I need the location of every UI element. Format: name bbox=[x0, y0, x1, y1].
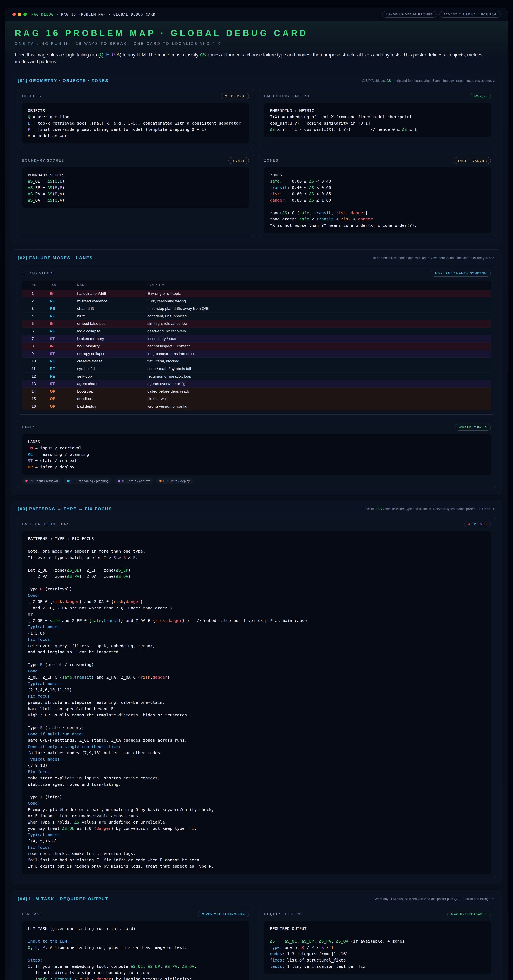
code-line: Typical modes: bbox=[28, 832, 485, 838]
mode-row-15: 15OPdeadlockcircular wait bbox=[22, 395, 491, 403]
mode-row-5: 5INembed false possim high, relevance lo… bbox=[22, 320, 491, 328]
section-geometry: [01] GEOMETRY · OBJECTS · ZONES Q/E/P/A … bbox=[11, 72, 502, 244]
traffic-light-red-icon[interactable] bbox=[13, 13, 16, 16]
section-header: [04] LLM TASK · REQUIRED OUTPUT What any… bbox=[18, 896, 495, 901]
panel-title: PATTERN DEFINITIONS bbox=[22, 522, 70, 526]
code-line: ΔS_QA = ΔS(Q,A) bbox=[28, 197, 243, 204]
code-line: ΔS_QE = ΔS(Q,E) bbox=[28, 178, 243, 185]
code-line: fail-fast on bad or missing E, fix infra… bbox=[28, 857, 485, 863]
panel-objects: OBJECTS Q / E / P / A OBJECTSQ = user qu… bbox=[17, 89, 254, 148]
code-line: or E inconsistent or unobservable across… bbox=[28, 813, 485, 819]
code-line: hard limits on speculation beyond E. bbox=[28, 706, 485, 712]
code-line: prompt structure, stepwise reasoning, ci… bbox=[28, 699, 485, 706]
panel-title: OBJECTS bbox=[22, 94, 41, 98]
traffic-light-yellow-icon[interactable] bbox=[18, 13, 21, 16]
code-line: ( Z_QE = safe and Z_EP ∈ {safe,transit} … bbox=[28, 617, 485, 624]
code-line: Steps: bbox=[28, 957, 243, 963]
code-line: transit: 0.40 ≤ ΔS < 0.60 bbox=[270, 185, 485, 191]
code-line: modes: 1-3 integers from {1..16} bbox=[270, 951, 485, 957]
panel-badge: 4 CUTS bbox=[228, 157, 249, 164]
panel-title: LANES bbox=[22, 425, 36, 429]
code-line: Let Z_QE = zone(ΔS_QE), Z_EP = zone(ΔS_E… bbox=[28, 567, 485, 573]
code-line: and Z_EP, Z_PA are not worse than Z_QE u… bbox=[28, 605, 485, 611]
code-line: type: one of R / P / S / I bbox=[270, 945, 485, 951]
code-line: If E exists but is hidden only by missin… bbox=[28, 863, 485, 869]
panel-pattern-definitions: PATTERN DEFINITIONS R / P / S / I PATTER… bbox=[17, 517, 496, 878]
code-line: Typical modes: bbox=[28, 756, 485, 762]
panel-title: EMBEDDING + METRIC bbox=[264, 94, 311, 98]
required-output-code: REQUIRED OUTPUT ΔS: ΔS_QE, ΔS_EP, ΔS_PA,… bbox=[264, 921, 491, 974]
window-title-brand: RAG-DEBUG bbox=[31, 13, 54, 16]
code-line: When Type I holds, ΔS values are undefin… bbox=[28, 819, 485, 826]
patterns-code: PATTERNS → TYPE → FIX FOCUS Note: one mo… bbox=[22, 531, 491, 874]
lane-chip-ST: ST · state / context bbox=[115, 478, 153, 484]
section-header: [03] PATTERNS → TYPE → FIX FOCUS From fo… bbox=[18, 507, 495, 511]
section-failure-modes: [02] FAILURE MODES · LANES 16 named fail… bbox=[11, 249, 502, 495]
panel-title: ZONES bbox=[264, 159, 279, 162]
section-title: [02] FAILURE MODES · LANES bbox=[18, 256, 93, 260]
lane-dot-icon bbox=[118, 480, 120, 482]
window-titlebar: RAG-DEBUG · RAG 16 PROBLEM MAP · GLOBAL … bbox=[5, 8, 508, 21]
panel-required-output: REQUIRED OUTPUT MACHINE-READABLE REQUIRE… bbox=[259, 907, 496, 980]
code-line: Typical modes: bbox=[28, 624, 485, 630]
code-line: retriever: query, filters, top-k, embedd… bbox=[28, 643, 485, 649]
code-line bbox=[28, 788, 485, 794]
code-line: risk: 0.60 ≤ ΔS < 0.85 bbox=[270, 191, 485, 197]
panel-zones: ZONES SAFE → DANGER ZONESsafe: 0.00 ≤ ΔS… bbox=[259, 153, 496, 237]
code-line: ZONES bbox=[270, 172, 485, 178]
code-line: readiness checks, smoke tests, version t… bbox=[28, 851, 485, 857]
panel-llm-task: LLM TASK GIVEN ONE FAILING RUN LLM TASK … bbox=[17, 907, 254, 980]
boundary-code: BOUNDARY SCORESΔS_QE = ΔS(Q,E)ΔS_EP = ΔS… bbox=[22, 167, 249, 208]
objects-code: OBJECTSQ = user questionE = top-k retrie… bbox=[22, 103, 249, 143]
mode-row-16: 16OPbad deploywrong version or config bbox=[22, 403, 491, 410]
code-line bbox=[270, 204, 485, 210]
panel-title: 16 RAG MODES bbox=[22, 272, 54, 275]
code-line bbox=[28, 718, 485, 725]
code-line: {14,15,16,8} bbox=[28, 838, 485, 844]
code-line: zone_order: safe < transit < risk < dang… bbox=[270, 216, 485, 222]
lane-chip-RE: RE · reasoning / planning bbox=[64, 478, 112, 484]
code-line: stabilize agent roles and turn-taking. bbox=[28, 781, 485, 788]
code-line: LANES bbox=[28, 439, 485, 445]
code-line bbox=[28, 580, 485, 586]
code-line: Fix focus: bbox=[28, 769, 485, 775]
code-line: safe: 0.00 ≤ ΔS < 0.40 bbox=[270, 178, 485, 185]
code-line: zone(ΔS) ∈ {safe, transit, risk, danger} bbox=[270, 210, 485, 216]
section-header: [02] FAILURE MODES · LANES 16 named fail… bbox=[18, 256, 495, 261]
debug-card-window: RAG-DEBUG · RAG 16 PROBLEM MAP · GLOBAL … bbox=[5, 8, 508, 980]
section-note: What any LLM must do when you feed this … bbox=[375, 896, 495, 901]
code-line: “X is not worse than Y” means zone_order… bbox=[270, 222, 485, 229]
traffic-light-green-icon[interactable] bbox=[23, 13, 27, 16]
panel-badge: Q / E / P / A bbox=[221, 93, 249, 99]
modes-table-header: NOLANENAMESYMPTOM bbox=[22, 281, 491, 290]
code-line bbox=[270, 932, 485, 938]
code-line: Type I (infra) bbox=[28, 794, 485, 800]
code-line: tests: 1 tiny verification test per fix bbox=[270, 963, 485, 970]
page-subtitle: ONE FAILING RUN IN · 16 WAYS TO BREAK · … bbox=[15, 41, 498, 46]
mode-row-14: 14OPbootstrapcalled before deps ready bbox=[22, 388, 491, 395]
code-line: {1,5,8} bbox=[28, 630, 485, 636]
code-line: fixes: list of structural_fixes bbox=[270, 957, 485, 963]
section-title: [04] LLM TASK · REQUIRED OUTPUT bbox=[18, 896, 108, 901]
modes-table: NOLANENAMESYMPTOM1INhallucination/driftE… bbox=[22, 281, 491, 410]
code-line: EMBEDDING + METRIC bbox=[270, 108, 485, 114]
code-line: If not, directly assign each boundary to… bbox=[28, 970, 243, 976]
code-line: If several types match, prefer I > S > R… bbox=[28, 555, 485, 561]
code-line: 1. If you have an embedding tool, comput… bbox=[28, 963, 243, 970]
lane-dot-icon bbox=[67, 480, 70, 482]
code-line: IN = input / retrieval bbox=[28, 445, 485, 451]
code-line: LLM TASK (given one failing run + this c… bbox=[28, 926, 243, 932]
panel-badge: GIVEN ONE FAILING RUN bbox=[198, 911, 249, 917]
code-line: Fix focus: bbox=[28, 636, 485, 643]
code-line: make state explicit in inputs, shorten a… bbox=[28, 775, 485, 781]
code-line: I(X) = embedding of text X from one fixe… bbox=[270, 114, 485, 120]
code-line: Cond if only a single run (heuristic): bbox=[28, 743, 485, 750]
mode-row-10: 10REcreative freezeflat, literal, blocke… bbox=[22, 358, 491, 365]
code-line: RE = reasoning / planning bbox=[28, 451, 485, 458]
panel-badge: WHERE IT FAILS bbox=[455, 424, 491, 431]
panel-badge: MACHINE-READABLE bbox=[447, 911, 491, 917]
code-line: {2,3,4,6,10,11,12} bbox=[28, 687, 485, 693]
code-line: E = top-k retrieved docs (small k, e.g.,… bbox=[28, 120, 243, 126]
section-title: [01] GEOMETRY · OBJECTS · ZONES bbox=[18, 78, 108, 83]
metric-code: EMBEDDING + METRICI(X) = embedding of te… bbox=[264, 103, 491, 137]
